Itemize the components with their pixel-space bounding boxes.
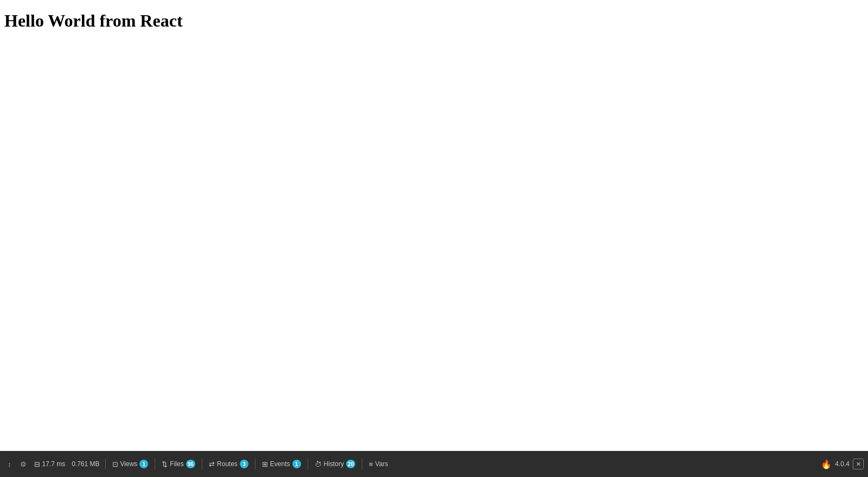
render-time-stat: ⊟ 17.7 ms [32, 459, 68, 469]
history-icon: ⏱ [315, 460, 322, 468]
separator-5 [308, 459, 308, 469]
events-label: Events [270, 460, 290, 468]
toolbar-right: 🔥 4.0.4 ✕ [821, 459, 864, 469]
close-button[interactable]: ✕ [853, 459, 864, 469]
toolbar-events[interactable]: ⊞ Events 1 [259, 457, 304, 470]
toolbar-files[interactable]: ⇅ Files 96 [158, 457, 198, 470]
toolbar-views[interactable]: ⊡ Views 1 [109, 457, 152, 470]
views-icon: ⊡ [112, 460, 118, 468]
views-badge: 1 [139, 460, 148, 468]
memory-stat: 0.761 MB [69, 459, 101, 469]
toolbar-routes[interactable]: ⇄ Routes 3 [206, 457, 252, 470]
views-label: Views [120, 460, 138, 468]
separator-2 [155, 459, 155, 469]
separator-6 [362, 459, 362, 469]
routes-badge: 3 [240, 460, 248, 468]
toolbar-arrows[interactable]: ↕ [4, 458, 15, 470]
history-label: History [324, 460, 344, 468]
separator-1 [105, 459, 106, 469]
separator-3 [202, 459, 202, 469]
version-label: 4.0.4 [835, 460, 850, 468]
main-content: Hello World from React [0, 0, 868, 451]
page-heading: Hello World from React [4, 11, 864, 31]
arrows-icon: ↕ [8, 460, 11, 468]
routes-icon: ⇄ [209, 460, 215, 468]
flame-icon: 🔥 [821, 459, 832, 469]
toolbar-history[interactable]: ⏱ History 20 [311, 457, 359, 470]
events-icon: ⊞ [262, 460, 268, 468]
history-badge: 20 [346, 460, 355, 468]
gear-icon: ⚙ [20, 460, 27, 468]
memory-value: 0.761 MB [72, 460, 99, 468]
routes-label: Routes [217, 460, 238, 468]
toolbar-gear[interactable]: ⚙ [17, 458, 30, 470]
vars-icon: ≡ [369, 460, 373, 468]
render-time-value: 17.7 ms [42, 460, 66, 468]
files-badge: 96 [186, 460, 195, 468]
separator-4 [255, 459, 256, 469]
vars-label: Vars [375, 460, 388, 468]
close-icon: ✕ [856, 461, 861, 468]
server-icon: ⊟ [34, 460, 40, 468]
bottom-toolbar: ↕ ⚙ ⊟ 17.7 ms 0.761 MB ⊡ Views 1 ⇅ Files… [0, 451, 868, 477]
files-label: Files [170, 460, 183, 468]
events-badge: 1 [292, 460, 301, 468]
files-icon: ⇅ [162, 460, 168, 468]
toolbar-vars[interactable]: ≡ Vars [366, 458, 391, 470]
